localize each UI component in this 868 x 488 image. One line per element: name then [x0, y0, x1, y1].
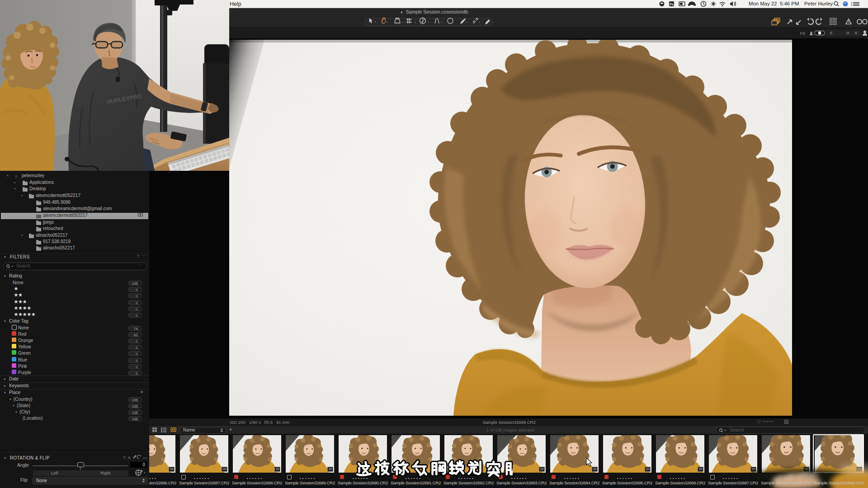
- svg-text:Fit: Fit: [800, 31, 805, 36]
- svg-text:Ps: Ps: [670, 3, 674, 6]
